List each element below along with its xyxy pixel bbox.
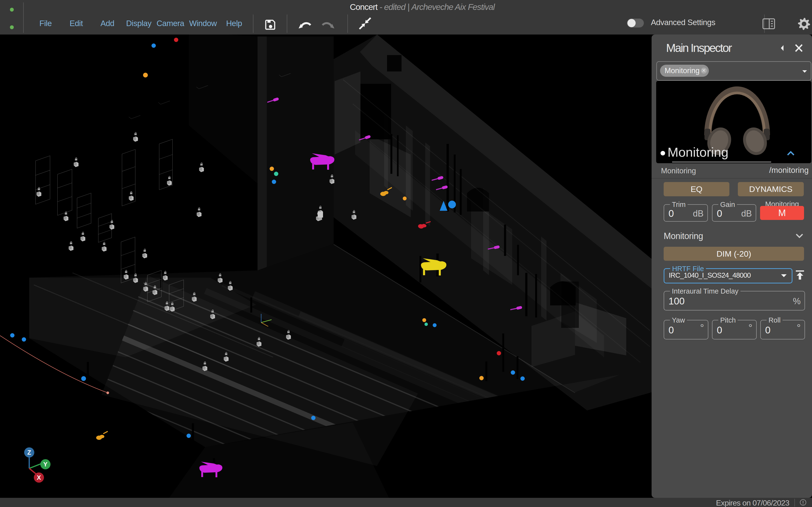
svg-text:Z: Z: [27, 449, 31, 456]
svg-text:Y: Y: [43, 461, 47, 468]
svg-text:X: X: [37, 474, 41, 481]
